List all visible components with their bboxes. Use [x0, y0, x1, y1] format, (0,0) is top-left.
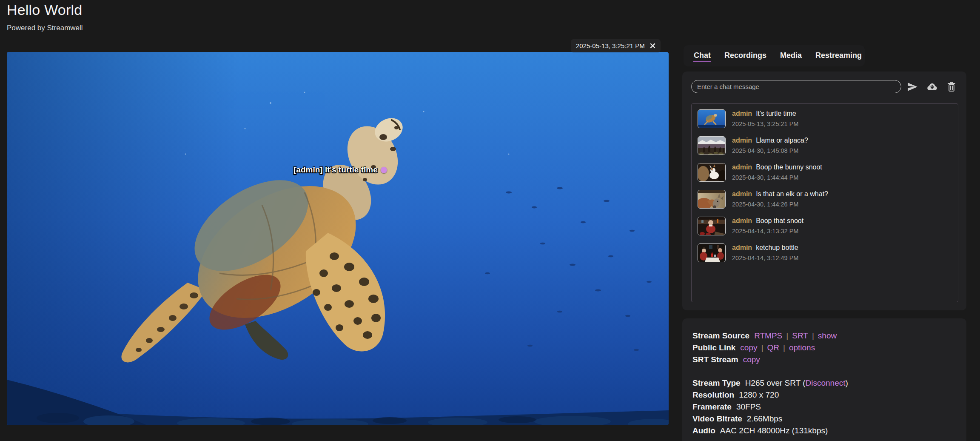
trash-icon[interactable] [946, 81, 957, 94]
framerate-label: Framerate [692, 402, 732, 411]
stream-settings-panel: Stream SourceRTMPS|SRT|show Public Linkc… [682, 318, 966, 441]
chat-row[interactable]: adminIt's turtle time 2025-05-13, 3:25:2… [698, 109, 958, 128]
download-icon[interactable] [926, 81, 938, 94]
chat-row[interactable]: adminBoop the bunny snoot 2025-04-30, 1:… [698, 163, 958, 182]
chat-message-text: Is that an elk or a what? [756, 190, 828, 198]
stream-timestamp-badge: 2025-05-13, 3:25:21 PM [571, 39, 661, 52]
stream-source-label: Stream Source [692, 331, 749, 340]
chat-username: admin [732, 137, 752, 144]
stream-timestamp: 2025-05-13, 3:25:21 PM [576, 42, 645, 49]
thumbnail-elk[interactable] [698, 190, 726, 209]
stream-type-value: H265 over SRT [745, 378, 801, 387]
resolution-row: Resolution1280 x 720 [692, 389, 956, 401]
chat-username: admin [732, 190, 752, 198]
chat-row[interactable]: adminBoop that snoot 2025-04-14, 3:13:32… [698, 217, 958, 235]
paren: ) [846, 378, 848, 387]
copy-public-link[interactable]: copy [740, 343, 757, 352]
srt-link[interactable]: SRT [792, 331, 808, 340]
thumbnail-sea-turtle[interactable] [698, 109, 726, 128]
srt-stream-label: SRT Stream [692, 355, 738, 364]
tab-media[interactable]: Media [780, 50, 802, 62]
tab-chat[interactable]: Chat [693, 50, 711, 62]
thumbnail-llama-herd[interactable] [698, 136, 726, 155]
srt-stream-row: SRT Streamcopy [692, 354, 956, 366]
chat-message-text: Boop the bunny snoot [756, 163, 822, 171]
resolution-value: 1280 x 720 [739, 390, 779, 399]
stream-type-row: Stream TypeH265 over SRT (Disconnect) [692, 377, 956, 389]
stream-source-row: Stream SourceRTMPS|SRT|show [692, 330, 956, 342]
tab-restreaming[interactable]: Restreaming [815, 50, 862, 62]
close-icon[interactable] [650, 43, 655, 49]
app-root: Hello World Powered by Streamwell 2025-0… [0, 0, 980, 441]
public-link-row: Public Linkcopy|QR|options [692, 342, 956, 354]
qr-link[interactable]: QR [767, 343, 779, 352]
options-link[interactable]: options [789, 343, 815, 352]
tab-recordings[interactable]: Recordings [724, 50, 767, 62]
chat-timestamp: 2025-04-30, 1:44:26 PM [732, 201, 828, 208]
chat-message-text: ketchup bottle [756, 244, 798, 251]
page-title: Hello World [7, 2, 82, 18]
thumbnail-diner-table[interactable] [698, 243, 726, 262]
rtmps-link[interactable]: RTMPS [754, 331, 782, 340]
disconnect-link[interactable]: Disconnect [806, 378, 846, 387]
stream-type-label: Stream Type [692, 378, 741, 387]
send-icon[interactable] [907, 81, 918, 94]
purple-circle-emoji [381, 167, 387, 173]
resolution-label: Resolution [692, 390, 734, 399]
chat-timestamp: 2025-04-14, 3:12:49 PM [732, 255, 798, 261]
audio-value: AAC 2CH 48000Hz (131kbps) [720, 426, 828, 435]
copy-srt-link[interactable]: copy [743, 355, 760, 364]
chat-row[interactable]: adminIs that an elk or a what? 2025-04-3… [698, 190, 958, 209]
ocean-turtle-scene [7, 52, 669, 425]
chat-username: admin [732, 110, 752, 117]
chat-row[interactable]: adminLlama or alpaca? 2025-04-30, 1:45:0… [698, 136, 958, 155]
audio-row: AudioAAC 2CH 48000Hz (131kbps) [692, 425, 956, 437]
thumbnail-diner-person[interactable] [698, 217, 726, 235]
framerate-value: 30FPS [736, 402, 761, 411]
panel-tabbar: Chat Recordings Media Restreaming [684, 45, 865, 66]
chat-row[interactable]: adminketchup bottle 2025-04-14, 3:12:49 … [698, 243, 958, 262]
video-bitrate-value: 2.66Mbps [747, 414, 782, 423]
public-link-label: Public Link [692, 343, 735, 352]
video-player[interactable]: [admin] It's turtle time [7, 52, 669, 425]
video-chat-overlay: [admin] It's turtle time [293, 165, 387, 175]
separator: | [812, 331, 814, 340]
chat-timestamp: 2025-05-13, 3:25:21 PM [732, 120, 798, 127]
page-subtitle: Powered by Streamwell [7, 24, 83, 32]
audio-label: Audio [692, 426, 715, 435]
separator: | [783, 343, 785, 352]
chat-username: admin [732, 244, 752, 251]
chat-message-list[interactable]: adminIt's turtle time 2025-05-13, 3:25:2… [691, 103, 958, 302]
video-bitrate-label: Video Bitrate [692, 414, 742, 423]
chat-timestamp: 2025-04-14, 3:13:32 PM [732, 228, 803, 235]
video-bitrate-row: Video Bitrate2.66Mbps [692, 413, 956, 425]
chat-panel: adminIt's turtle time 2025-05-13, 3:25:2… [682, 72, 966, 310]
stream-info-group: Stream TypeH265 over SRT (Disconnect) Re… [692, 377, 956, 437]
chat-message-text: Llama or alpaca? [756, 137, 808, 144]
overlay-message: [admin] It's turtle time [293, 165, 378, 175]
framerate-row: Framerate30FPS [692, 401, 956, 413]
chat-username: admin [732, 217, 752, 224]
separator: | [786, 331, 788, 340]
chat-message-text: Boop that snoot [756, 217, 803, 224]
thumbnail-bunny[interactable] [698, 163, 726, 182]
show-link[interactable]: show [818, 331, 837, 340]
chat-timestamp: 2025-04-30, 1:44:44 PM [732, 174, 822, 181]
chat-message-input[interactable] [691, 80, 901, 93]
separator: | [761, 343, 763, 352]
chat-message-text: It's turtle time [756, 110, 796, 117]
chat-username: admin [732, 163, 752, 171]
chat-timestamp: 2025-04-30, 1:45:08 PM [732, 147, 808, 154]
